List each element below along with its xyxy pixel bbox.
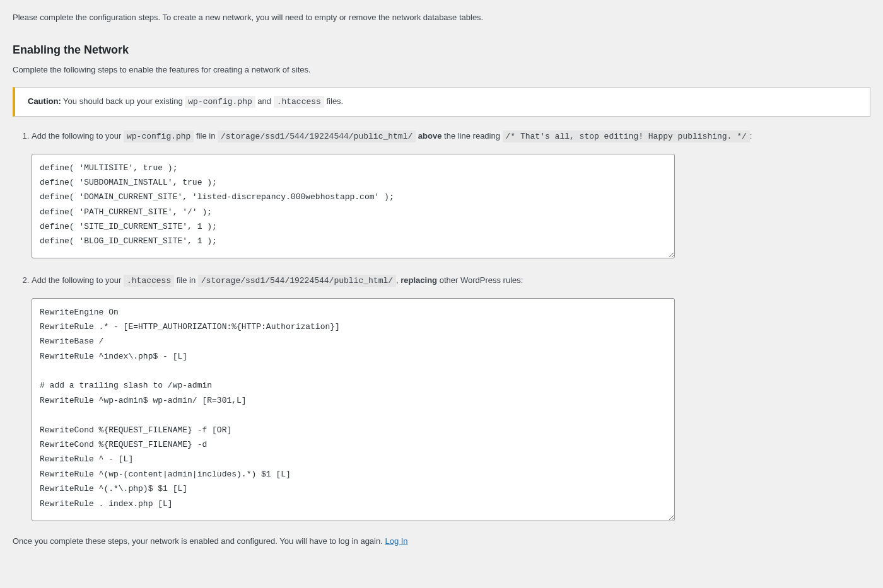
notice-prefix: Caution:: [28, 96, 61, 106]
notice-between: and: [255, 96, 274, 106]
outro-text: Once you complete these steps, your netw…: [13, 535, 870, 548]
login-link[interactable]: Log In: [385, 536, 407, 546]
step-1: Add the following to your wp-config.php …: [32, 128, 870, 258]
step2-end: other WordPress rules:: [437, 275, 523, 285]
section-description: Complete the following steps to enable t…: [13, 64, 870, 76]
caution-notice: Caution: You should back up your existin…: [13, 87, 870, 117]
section-heading: Enabling the Network: [13, 42, 870, 59]
steps-list: Add the following to your wp-config.php …: [32, 128, 870, 521]
step-1-text: Add the following to your wp-config.php …: [32, 131, 752, 141]
notice-file2: .htaccess: [274, 96, 324, 108]
step1-file: wp-config.php: [124, 130, 194, 142]
step-2: Add the following to your .htaccess file…: [32, 272, 870, 521]
step2-replacing: replacing: [401, 275, 437, 285]
step1-pre: Add the following to your: [32, 131, 124, 141]
step1-mid1: file in: [194, 131, 218, 141]
step1-comment: /* That's all, stop editing! Happy publi…: [503, 130, 750, 142]
outro-body: Once you complete these steps, your netw…: [13, 536, 385, 546]
notice-before: You should back up your existing: [61, 96, 185, 106]
step1-mid3: the line reading: [441, 131, 502, 141]
notice-paragraph: Caution: You should back up your existin…: [28, 95, 857, 108]
step2-file: .htaccess: [124, 275, 174, 287]
htaccess-code-textarea[interactable]: [32, 298, 675, 521]
step2-path: /storage/ssd1/544/19224544/public_html/: [198, 275, 396, 287]
intro-text: Please complete the configuration steps.…: [13, 0, 870, 32]
step1-above: above: [418, 131, 442, 141]
step1-end: :: [750, 131, 752, 141]
step-2-text: Add the following to your .htaccess file…: [32, 275, 523, 285]
notice-after: files.: [324, 96, 343, 106]
notice-file1: wp-config.php: [185, 96, 255, 108]
step2-pre: Add the following to your: [32, 275, 124, 285]
wpconfig-code-textarea[interactable]: [32, 154, 675, 258]
step1-path: /storage/ssd1/544/19224544/public_html/: [218, 130, 416, 142]
step2-mid1: file in: [174, 275, 198, 285]
